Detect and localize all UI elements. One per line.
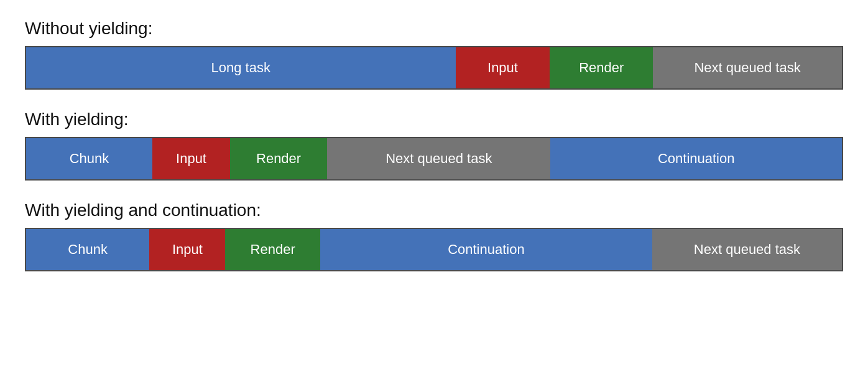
diagram3-bar: ChunkInputRenderContinuationNext queued … [25, 228, 843, 271]
segment-next-queued-task: Next queued task [327, 138, 550, 179]
segment-input: Input [149, 229, 225, 270]
diagram1-title: Without yielding: [25, 19, 843, 39]
segment-chunk: Chunk [26, 138, 152, 179]
diagram2-title: With yielding: [25, 110, 843, 129]
segment-next-queued-task: Next queued task [652, 229, 842, 270]
segment-render: Render [225, 229, 320, 270]
segment-continuation: Continuation [550, 138, 842, 179]
segment-input: Input [456, 47, 550, 88]
segment-render: Render [230, 138, 327, 179]
diagram-with-yielding: With yielding: ChunkInputRenderNext queu… [25, 110, 843, 181]
diagram-without-yielding: Without yielding: Long taskInputRenderNe… [25, 19, 843, 90]
segment-continuation: Continuation [320, 229, 652, 270]
segment-next-queued-task: Next queued task [653, 47, 842, 88]
diagram1-bar: Long taskInputRenderNext queued task [25, 46, 843, 90]
segment-input: Input [152, 138, 230, 179]
diagram-with-yielding-continuation: With yielding and continuation: ChunkInp… [25, 200, 843, 271]
segment-long-task: Long task [26, 47, 456, 88]
diagram3-title: With yielding and continuation: [25, 200, 843, 220]
diagram2-bar: ChunkInputRenderNext queued taskContinua… [25, 137, 843, 181]
segment-chunk: Chunk [26, 229, 149, 270]
segment-render: Render [550, 47, 653, 88]
